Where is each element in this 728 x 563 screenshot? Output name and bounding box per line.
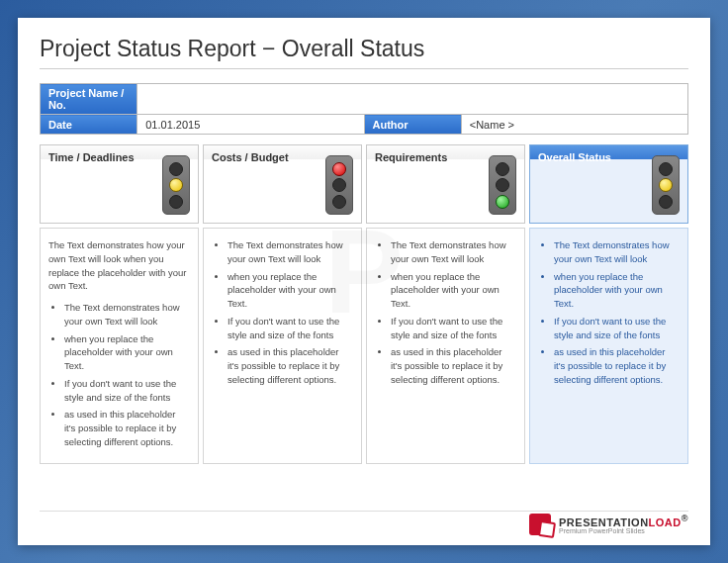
traffic-light-icon [325,155,353,215]
light-yellow [332,178,346,192]
light-green [169,195,183,209]
col-body-time: The Text demonstrates how your own Text … [40,228,199,464]
slide-title: Project Status Report − Overall Status [40,36,688,69]
list-item: If you don't want to use the style and s… [228,315,351,342]
list-item: If you don't want to use the style and s… [554,315,678,342]
col-head-requirements: Requirements [366,144,525,224]
bullet-list: The Text demonstrates how your own Text … [212,238,351,387]
traffic-light-icon [489,155,516,215]
brand-part1: PRESENTATION [559,516,649,527]
light-red [169,162,183,176]
col-label: Costs / Budget [212,151,289,163]
brand-part2: LOAD [649,516,682,527]
intro-text: The Text demonstrates how your own Text … [48,238,188,293]
bullet-list: The Text demonstrates how your own Text … [48,301,188,449]
light-yellow [659,178,673,192]
light-green [496,195,509,209]
light-yellow [169,178,183,192]
col-body-costs: The Text demonstrates how your own Text … [203,228,362,464]
footer-divider [40,511,688,512]
traffic-light-icon [162,155,190,215]
list-item: The Text demonstrates how your own Text … [391,238,514,266]
status-grid: Time / Deadlines Costs / Budget Requirem… [40,144,688,464]
registered-mark: ® [682,514,688,523]
col-head-time: Time / Deadlines [40,144,199,224]
col-head-costs: Costs / Budget [203,144,362,224]
list-item: when you replace the placeholder with yo… [64,332,188,373]
light-yellow [496,178,509,192]
presentationload-logo-icon [529,514,551,535]
col-body-requirements: The Text demonstrates how your own Text … [366,228,525,464]
footer-text: PRESENTATIONLOAD® Premium PowerPoint Sli… [559,515,688,535]
list-item: as used in this placeholder it's possibl… [64,408,188,448]
list-item: as used in this placeholder it's possibl… [228,345,351,386]
light-green [332,195,346,209]
col-label: Time / Deadlines [48,151,135,163]
author-value[interactable]: <Name > [461,115,687,135]
light-red [332,162,346,176]
slide: P Project Status Report − Overall Status… [18,18,710,545]
project-name-label: Project Name / No. [41,84,137,115]
col-head-overall: Overall Status [529,144,688,224]
light-red [496,162,509,176]
author-label: Author [364,115,461,135]
list-item: as used in this placeholder it's possibl… [391,345,514,386]
date-value[interactable]: 01.01.2015 [137,115,364,135]
list-item: when you replace the placeholder with yo… [228,270,351,311]
list-item: The Text demonstrates how your own Text … [64,301,188,328]
col-body-overall: The Text demonstrates how your own Text … [529,228,688,464]
bullet-list: The Text demonstrates how your own Text … [375,238,514,387]
light-green [659,195,673,209]
list-item: If you don't want to use the style and s… [64,377,188,405]
list-item: The Text demonstrates how your own Text … [554,238,678,266]
light-red [659,162,673,176]
list-item: when you replace the placeholder with yo… [391,270,514,311]
list-item: The Text demonstrates how your own Text … [228,238,351,266]
col-label: Requirements [375,151,447,163]
footer-brand: PRESENTATIONLOAD® Premium PowerPoint Sli… [529,514,688,535]
col-label: Overall Status [538,151,611,163]
project-name-value[interactable] [137,84,688,115]
list-item: as used in this placeholder it's possibl… [554,345,678,386]
date-label: Date [41,115,137,135]
traffic-light-icon [652,155,680,215]
list-item: If you don't want to use the style and s… [391,315,514,342]
list-item: when you replace the placeholder with yo… [554,270,678,311]
brand-tagline: Premium PowerPoint Slides [559,527,688,534]
project-info-table: Project Name / No. Date 01.01.2015 Autho… [40,83,688,135]
bullet-list: The Text demonstrates how your own Text … [538,238,678,387]
